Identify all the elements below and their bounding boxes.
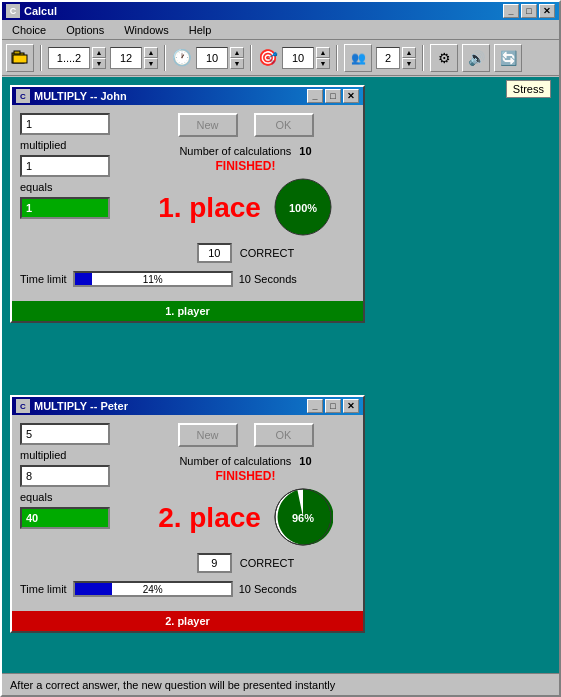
menu-choice[interactable]: Choice <box>6 22 52 38</box>
toolbar-spinner-1: ▲ ▼ <box>48 47 106 69</box>
player2-main-row: multiplied equals New OK Number of calcu… <box>20 423 355 573</box>
player2-pie-container: 96% <box>273 487 333 549</box>
toolbar-divider-2 <box>164 45 166 71</box>
spinner-2-down[interactable]: ▼ <box>144 58 158 69</box>
player1-label2: equals <box>20 181 120 193</box>
player1-progress-text: 11% <box>75 273 231 287</box>
player1-correct-label: CORRECT <box>240 247 294 259</box>
svg-rect-1 <box>14 51 20 54</box>
player1-time-row: Time limit 11% 10 Seconds <box>20 271 355 287</box>
player1-num-calcs-row: Number of calculations 10 <box>179 145 311 157</box>
player1-progress-bar: 11% <box>73 271 233 287</box>
player1-buttons-row: New OK <box>178 113 314 137</box>
refresh-btn[interactable]: 🔄 <box>494 44 522 72</box>
player2-correct-row: CORRECT <box>197 553 294 573</box>
toolbar-divider-5 <box>422 45 424 71</box>
main-title-bar: C Calcul _ □ ✕ <box>2 2 559 20</box>
player2-input2[interactable] <box>20 465 110 487</box>
player1-main-row: multiplied equals New OK Number of calcu… <box>20 113 355 263</box>
player1-input2[interactable] <box>20 155 110 177</box>
spinner-1-down[interactable]: ▼ <box>92 58 106 69</box>
player1-result[interactable] <box>20 197 110 219</box>
player1-title-bar: C MULTIPLY -- John _ □ ✕ <box>12 87 363 105</box>
spinner-2-input[interactable] <box>110 47 142 69</box>
player1-middle: New OK Number of calculations 10 FINISHE… <box>136 113 355 263</box>
player2-input1[interactable] <box>20 423 110 445</box>
player1-correct-value[interactable] <box>197 243 232 263</box>
player1-input1[interactable] <box>20 113 110 135</box>
player1-pie-container: 100% <box>273 177 333 239</box>
spinner-4-buttons: ▲ ▼ <box>316 47 330 69</box>
menu-options[interactable]: Options <box>60 22 110 38</box>
menu-help[interactable]: Help <box>183 22 218 38</box>
player1-result-row: 1. place 100% <box>158 177 333 239</box>
menu-windows[interactable]: Windows <box>118 22 175 38</box>
spinner-1-up[interactable]: ▲ <box>92 47 106 58</box>
player2-result-row: 2. place 96% <box>158 487 333 549</box>
maximize-button[interactable]: □ <box>521 4 537 18</box>
player2-maximize-btn[interactable]: □ <box>325 399 341 413</box>
player2-title-bar: C MULTIPLY -- Peter _ □ ✕ <box>12 397 363 415</box>
spinner-4-up[interactable]: ▲ <box>316 47 330 58</box>
spinner-4-input[interactable] <box>282 47 314 69</box>
player2-progress-bar: 24% <box>73 581 233 597</box>
player1-window: C MULTIPLY -- John _ □ ✕ multiplied <box>10 85 365 323</box>
player2-label2: equals <box>20 491 120 503</box>
player1-new-btn[interactable]: New <box>178 113 238 137</box>
player2-finished: FINISHED! <box>216 469 276 483</box>
spinner-3-up[interactable]: ▲ <box>230 47 244 58</box>
player1-maximize-btn[interactable]: □ <box>325 89 341 103</box>
settings-btn[interactable]: ⚙ <box>430 44 458 72</box>
minimize-button[interactable]: _ <box>503 4 519 18</box>
toolbar-spinner-5: ▲ ▼ <box>376 47 416 69</box>
toolbar-divider-1 <box>40 45 42 71</box>
player2-content: multiplied equals New OK Number of calcu… <box>12 415 363 605</box>
player1-minimize-btn[interactable]: _ <box>307 89 323 103</box>
svg-rect-2 <box>13 55 27 63</box>
toolbar-divider-4 <box>336 45 338 71</box>
player1-content: multiplied equals New OK Number of calcu… <box>12 105 363 295</box>
player1-icon: C <box>16 89 30 103</box>
spinner-5-down[interactable]: ▼ <box>402 58 416 69</box>
toolbar-open-btn[interactable] <box>6 44 34 72</box>
toolbar-spinner-3: ▲ ▼ <box>196 47 244 69</box>
player2-close-btn[interactable]: ✕ <box>343 399 359 413</box>
player2-time-label: Time limit <box>20 583 67 595</box>
close-button[interactable]: ✕ <box>539 4 555 18</box>
player1-inputs: multiplied equals <box>20 113 120 263</box>
toolbar-divider-3 <box>250 45 252 71</box>
player2-place: 2. place <box>158 502 261 534</box>
main-window-title: Calcul <box>24 5 57 17</box>
spinner-4-down[interactable]: ▼ <box>316 58 330 69</box>
player1-place: 1. place <box>158 192 261 224</box>
player1-num-calcs-value: 10 <box>299 145 311 157</box>
players-icon-btn[interactable]: 👥 <box>344 44 372 72</box>
player2-new-btn[interactable]: New <box>178 423 238 447</box>
player2-correct-value[interactable] <box>197 553 232 573</box>
spinner-2-up[interactable]: ▲ <box>144 47 158 58</box>
sound-btn[interactable]: 🔊 <box>462 44 490 72</box>
spinner-5-input[interactable] <box>376 47 400 69</box>
player2-minimize-btn[interactable]: _ <box>307 399 323 413</box>
player2-result[interactable] <box>20 507 110 529</box>
player2-num-calcs-row: Number of calculations 10 <box>179 455 311 467</box>
player2-title-left: C MULTIPLY -- Peter <box>16 399 128 413</box>
spinner-1-input[interactable] <box>48 47 90 69</box>
spinner-5-up[interactable]: ▲ <box>402 47 416 58</box>
player1-num-calcs-label: Number of calculations <box>179 145 291 157</box>
player2-num-calcs-value: 10 <box>299 455 311 467</box>
player2-title-buttons: _ □ ✕ <box>307 399 359 413</box>
player2-time-seconds: 10 Seconds <box>239 583 297 595</box>
player2-time-row: Time limit 24% 10 Seconds <box>20 581 355 597</box>
player1-close-btn[interactable]: ✕ <box>343 89 359 103</box>
app-icon: C <box>6 4 20 18</box>
spinner-3-down[interactable]: ▼ <box>230 58 244 69</box>
player1-ok-btn[interactable]: OK <box>254 113 314 137</box>
content-area: C MULTIPLY -- John _ □ ✕ multiplied <box>2 77 559 673</box>
spinner-3-input[interactable] <box>196 47 228 69</box>
player1-time-label: Time limit <box>20 273 67 285</box>
svg-text:100%: 100% <box>289 202 317 214</box>
player2-correct-label: CORRECT <box>240 557 294 569</box>
player2-ok-btn[interactable]: OK <box>254 423 314 447</box>
player1-title: MULTIPLY -- John <box>34 90 127 102</box>
